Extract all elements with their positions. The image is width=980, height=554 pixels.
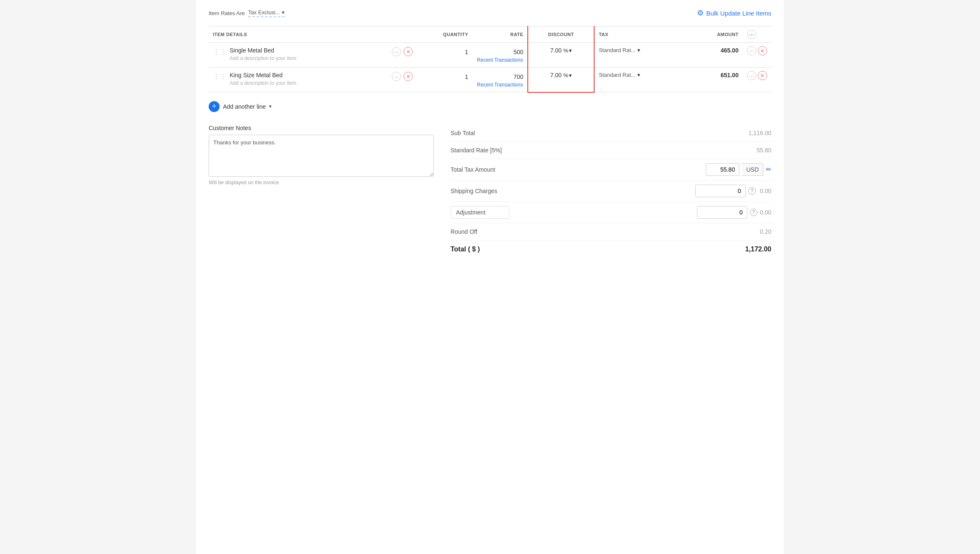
top-bar: Item Rates Are Tax Exclusi... ▾ ⚙ Bulk U…: [209, 8, 771, 18]
add-line-plus-icon: +: [209, 101, 220, 112]
summary-section: Sub Total 1,116.00 Standard Rate [5%] 55…: [451, 125, 771, 258]
round-off-row: Round Off 0.20: [451, 223, 771, 240]
adjustment-row: ? 0.00: [451, 202, 771, 223]
shipping-row: Shipping Charges ? 0.00: [451, 180, 771, 202]
item-name-2: King Size Metal Bed: [230, 72, 388, 78]
recent-transactions-link-2[interactable]: Recent Transactions: [477, 82, 523, 88]
adjustment-input[interactable]: [697, 206, 747, 219]
drag-handle-icon[interactable]: ⋮⋮: [213, 47, 226, 56]
item-details-cell-1: ⋮⋮ Single Metal Bed Add a description to…: [209, 43, 417, 68]
item-description-2: Add a description to your item: [230, 80, 388, 86]
quantity-cell-1: 1: [417, 43, 472, 68]
discount-value-2: 7.00: [550, 72, 561, 78]
tax-value-2: Standard Rat...: [599, 72, 635, 78]
item-name-1: Single Metal Bed: [230, 47, 388, 54]
customer-notes-input[interactable]: [209, 135, 434, 177]
adjustment-label-input[interactable]: [451, 206, 509, 219]
amount-value-2: 651.00: [721, 72, 739, 78]
total-row: Total ( $ ) 1,172.00: [451, 240, 771, 258]
table-header-menu-icon[interactable]: ···: [747, 30, 756, 39]
tax-cell-1: Standard Rat... ▾: [594, 43, 676, 68]
item-details-cell-2: ⋮⋮ King Size Metal Bed Add a description…: [209, 68, 417, 92]
recent-transactions-link-1[interactable]: Recent Transactions: [477, 57, 523, 63]
shipping-input[interactable]: [695, 185, 746, 197]
item-rates-section: Item Rates Are Tax Exclusi... ▾: [209, 9, 285, 17]
subtotal-value: 1,116.00: [749, 130, 772, 136]
line-items-table: ITEM DETAILS QUANTITY RATE DISCOUNT TAX …: [209, 26, 771, 93]
item-options-icon-2[interactable]: ···: [392, 72, 401, 81]
discount-type-1[interactable]: % ▾: [563, 47, 572, 54]
discount-cell-1: 7.00 % ▾: [528, 43, 594, 68]
amount-value-1: 465.00: [721, 47, 739, 54]
item-rates-label: Item Rates Are: [209, 10, 245, 16]
total-tax-row: Total Tax Amount USD ✏: [451, 159, 771, 180]
shipping-input-group: ?: [695, 185, 756, 197]
tax-cell-2: Standard Rat... ▾: [594, 68, 676, 92]
adjustment-help-icon[interactable]: ?: [750, 209, 757, 216]
tax-amount-input[interactable]: [706, 163, 739, 176]
bulk-update-label: Bulk Update Line Items: [706, 10, 771, 17]
shipping-label: Shipping Charges: [451, 188, 497, 194]
header-tax: TAX: [594, 26, 676, 43]
adjustment-right: ? 0.00: [697, 206, 771, 219]
actions-cell-1: ··· ✕: [743, 43, 771, 68]
header-amount: AMOUNT: [677, 26, 743, 43]
item-description-1: Add a description to your item: [230, 55, 388, 61]
row-remove-icon-1[interactable]: ✕: [758, 46, 767, 55]
row-options-icon-2[interactable]: ···: [747, 71, 756, 80]
subtotal-row: Sub Total 1,116.00: [451, 125, 771, 142]
notes-hint: Will be displayed on the invoice: [209, 180, 434, 186]
notes-section: Customer Notes Will be displayed on the …: [209, 125, 434, 258]
header-quantity: QUANTITY: [417, 26, 472, 43]
chevron-down-icon: ▾: [569, 72, 572, 78]
item-options-icon-1[interactable]: ···: [392, 47, 401, 56]
row-remove-icon-2[interactable]: ✕: [758, 71, 767, 80]
tax-amount-input-group: USD ✏: [706, 163, 771, 176]
adjustment-display-value: 0.00: [760, 209, 771, 216]
tax-select-1[interactable]: Standard Rat... ▾: [599, 47, 672, 53]
shipping-display-value: 0.00: [760, 188, 771, 194]
subtotal-label: Sub Total: [451, 130, 475, 136]
total-value: 1,172.00: [745, 246, 771, 253]
standard-rate-value: 55.80: [757, 147, 771, 154]
chevron-down-icon: ▾: [569, 47, 572, 54]
header-discount: DISCOUNT: [528, 26, 594, 43]
shipping-help-icon[interactable]: ?: [748, 187, 756, 195]
header-item-details: ITEM DETAILS: [209, 26, 417, 43]
bulk-update-button[interactable]: ⚙ Bulk Update Line Items: [697, 8, 771, 18]
standard-rate-label: Standard Rate [5%]: [451, 147, 502, 154]
rate-cell-2: 700 Recent Transactions: [472, 68, 528, 92]
tax-dropdown-value: Tax Exclusi...: [248, 9, 280, 16]
round-off-value: 0.20: [760, 228, 771, 235]
chevron-down-icon: ▾: [282, 9, 285, 16]
header-actions: ···: [743, 26, 771, 43]
quantity-value-1: 1: [465, 49, 468, 55]
amount-cell-1: 465.00: [677, 43, 743, 68]
tax-select-2[interactable]: Standard Rat... ▾: [599, 72, 672, 78]
total-label: Total ( $ ): [451, 246, 480, 253]
discount-value-1: 7.00: [550, 47, 561, 54]
total-tax-label: Total Tax Amount: [451, 166, 495, 173]
table-row: ⋮⋮ Single Metal Bed Add a description to…: [209, 43, 771, 68]
gear-icon: ⚙: [697, 8, 704, 18]
rate-value-1: 500: [477, 43, 523, 55]
round-off-label: Round Off: [451, 228, 477, 235]
item-remove-icon-1[interactable]: ✕: [404, 47, 413, 56]
add-another-line-button[interactable]: + Add another line ▾: [209, 101, 272, 112]
bottom-section: Customer Notes Will be displayed on the …: [209, 125, 771, 258]
item-remove-icon-2[interactable]: ✕: [404, 72, 413, 81]
tax-value-1: Standard Rat...: [599, 47, 635, 53]
edit-tax-icon[interactable]: ✏: [766, 165, 771, 173]
customer-notes-label: Customer Notes: [209, 125, 434, 131]
chevron-down-icon: ▾: [637, 72, 640, 78]
row-options-icon-1[interactable]: ···: [747, 46, 756, 55]
tax-currency-label: USD: [742, 163, 763, 176]
drag-handle-icon[interactable]: ⋮⋮: [213, 72, 226, 81]
actions-cell-2: ··· ✕: [743, 68, 771, 92]
tax-dropdown[interactable]: Tax Exclusi... ▾: [248, 9, 285, 17]
add-line-label: Add another line: [223, 103, 266, 110]
discount-type-2[interactable]: % ▾: [563, 72, 572, 78]
rate-value-2: 700: [477, 68, 523, 80]
quantity-value-2: 1: [465, 73, 468, 80]
header-rate: RATE: [472, 26, 528, 43]
